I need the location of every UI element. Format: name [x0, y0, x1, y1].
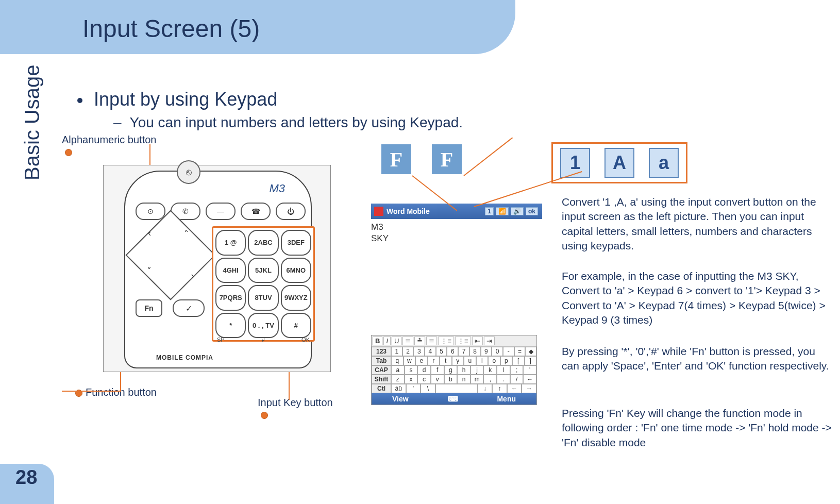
top-button-row: ⊙ ✆ — ☎ ⏻ — [136, 203, 306, 220]
check-button: ✓ — [173, 299, 205, 317]
kbd-row-shift: Shiftzxcvbnm,./← — [372, 375, 536, 384]
wordmobile-body-text: M3 SKY — [371, 222, 389, 244]
status-ok-button: ok — [526, 207, 538, 215]
kbd-key: l — [497, 365, 510, 375]
kbd-key: a — [391, 365, 405, 375]
dpad-up-icon: ˄ — [184, 228, 189, 240]
soft-keyboard: B I U ≣ ≛ ≣ ⋮≡ ⋮≡ ⇤ ⇥ 1231234567890-=◆ T… — [371, 335, 537, 405]
keypad-sublabels: SP ↲ OK — [217, 337, 310, 343]
keypad-key: 5JKL — [248, 258, 278, 283]
side-section-label: Basic Usage — [21, 64, 44, 180]
kbd-key: - — [503, 347, 514, 356]
kbd-key: 3 — [413, 347, 425, 356]
outdent-icon: ⇤ — [472, 337, 483, 345]
keypad-key: * — [215, 313, 246, 339]
kbd-key: = — [514, 347, 526, 356]
kbd-key: \ — [421, 384, 435, 393]
align-center-icon: ≛ — [414, 337, 425, 345]
annotation-alphanumeric: Alphanumeric button — [62, 134, 156, 158]
kbd-key: d — [417, 365, 431, 375]
paragraph-fn-combo: By pressing '*', '0','#' while 'Fn' butt… — [562, 344, 835, 374]
kbd-key: w — [404, 356, 416, 365]
device-brand: MOBILE COMPIA — [156, 354, 213, 361]
bold-icon: B — [373, 337, 382, 345]
kbd-key: 8 — [469, 347, 481, 356]
bullet-sub: You can input numbers and letters by usi… — [113, 114, 463, 131]
kbd-key: n — [457, 375, 471, 384]
dpad-right-icon: › — [191, 271, 194, 281]
kbd-key: [ — [512, 356, 525, 365]
wordmobile-titlebar: Word Mobile 1 📶 🔊 ok — [371, 204, 542, 219]
end-button: ☎ — [241, 203, 271, 220]
callout-dot-icon — [261, 412, 268, 419]
kbd-key: ' — [523, 365, 536, 375]
align-right-icon: ≣ — [426, 337, 437, 345]
kbd-space-key — [435, 384, 478, 393]
keypad-key: 3DEF — [281, 230, 311, 256]
keypad-key: # — [281, 313, 311, 339]
bullets-icon: ⋮≡ — [438, 337, 454, 345]
kbd-key: ' — [406, 384, 421, 393]
kbd-key: g — [444, 365, 458, 375]
kbd-key: x — [405, 375, 418, 384]
fn-icon: F — [432, 144, 462, 174]
kbd-key: q — [391, 356, 404, 365]
kbd-key: , — [483, 375, 497, 384]
kbd-key: 7 — [458, 347, 469, 356]
keypad-key: 4GHI — [215, 258, 246, 283]
kbd-key: 2 — [402, 347, 414, 356]
kbd-row-ctl: Ctláü'\ ↓↑←→ — [372, 384, 536, 393]
kbd-key: r — [428, 356, 440, 365]
page-title: Input Screen (5) — [82, 14, 260, 43]
sublabel-sp: SP — [217, 337, 225, 343]
kbd-row-tab: Tabqwertyuiop[] — [372, 356, 536, 365]
kbd-key: 0 — [492, 347, 503, 356]
home-button: — — [206, 203, 236, 220]
softkey-menu: Menu — [497, 395, 516, 403]
keypad-key: 1 @ — [215, 230, 246, 256]
kbd-key: ↓ — [478, 384, 493, 393]
indent-icon: ⇥ — [484, 337, 495, 345]
input-mode-box: 1 A a — [551, 142, 687, 183]
keypad-key: 2ABC — [248, 230, 278, 256]
kbd-row-123: 1231234567890-=◆ — [372, 347, 536, 356]
kbd-shift-label: Shift — [372, 375, 391, 384]
mode-upper-icon: A — [604, 148, 634, 178]
device-illustration: ⎋ M3 ⊙ ✆ — ☎ ⏻ ˄ ˅ ‹ › Fn ✓ 1 @ 2ABC 3DE… — [103, 165, 331, 372]
power-button: ⏻ — [276, 203, 306, 220]
kbd-key: / — [510, 375, 524, 384]
callout-dot-icon — [65, 149, 72, 156]
keypad-key: 6MNO — [281, 258, 311, 283]
fn-button: Fn — [136, 299, 162, 317]
kbd-key: 9 — [481, 347, 492, 356]
kbd-key: s — [405, 365, 418, 375]
sublabel-ok: OK — [301, 337, 310, 343]
kbd-ctl-label: Ctl — [372, 384, 391, 393]
kbd-key: ] — [525, 356, 537, 365]
kbd-key: ◆ — [525, 347, 536, 356]
softkey-kbd-icon: ⌨ — [448, 395, 458, 403]
mode-lower-icon: a — [649, 148, 679, 178]
kbd-tab-label: Tab — [372, 356, 391, 365]
kbd-key: ; — [510, 365, 524, 375]
paragraph-example: For example, in the case of inputting th… — [562, 269, 835, 327]
sublabel-enter: ↲ — [261, 337, 265, 343]
kbd-key: . — [497, 375, 510, 384]
status-signal-icon: 📶 — [496, 207, 509, 215]
kbd-key: ← — [507, 384, 522, 393]
kbd-key: o — [488, 356, 500, 365]
kbd-key: z — [391, 375, 405, 384]
kbd-key: 1 — [391, 347, 402, 356]
kbd-key: u — [464, 356, 476, 365]
keypad-key: 0 . , TV — [248, 313, 278, 339]
status-mode-icon: 1 — [485, 207, 494, 215]
kbd-key: k — [483, 365, 497, 375]
kbd-key: y — [452, 356, 464, 365]
paragraph-convert: Convert '1 ,A, a' using the input conver… — [562, 195, 835, 253]
kbd-key: ↑ — [492, 384, 507, 393]
italic-icon: I — [383, 337, 391, 345]
start-flag-icon — [374, 207, 383, 216]
kbd-key: 4 — [425, 347, 436, 356]
kbd-key: v — [431, 375, 444, 384]
keypad-key: 9WXYZ — [281, 285, 311, 311]
